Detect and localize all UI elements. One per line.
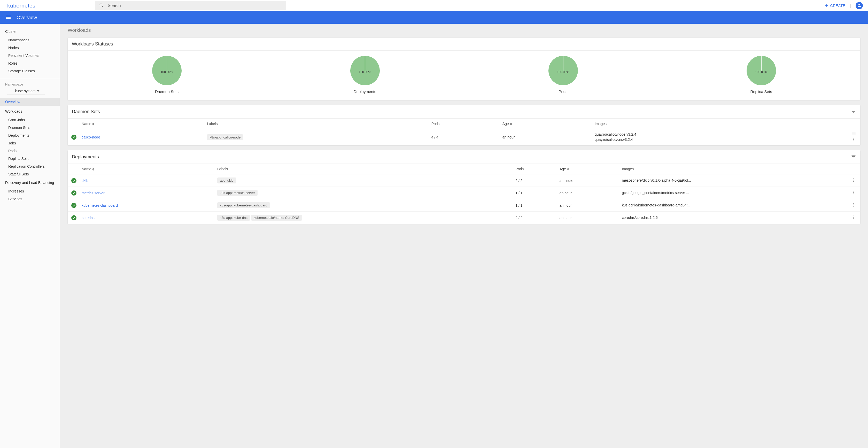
svg-point-14 — [854, 180, 854, 181]
col-images[interactable]: Images — [619, 164, 840, 174]
sidebar-item-ingresses[interactable]: Ingresses — [0, 187, 60, 195]
search-input[interactable] — [108, 3, 282, 8]
col-name[interactable]: Name — [79, 164, 215, 174]
images-text: quay.io/calico/node:v3.2.4quay.io/calico… — [592, 129, 840, 146]
create-button[interactable]: CREATE — [824, 3, 845, 8]
kebab-menu-icon[interactable] — [851, 203, 856, 208]
sidebar-item-deployments[interactable]: Deployments — [0, 131, 60, 139]
donut-label: Pods — [559, 89, 567, 94]
svg-point-12 — [854, 141, 854, 141]
sidebar-item-replica-sets[interactable]: Replica Sets — [0, 155, 60, 162]
donut-label: Daemon Sets — [155, 89, 179, 94]
col-labels[interactable]: Labels — [204, 119, 429, 129]
svg-point-23 — [854, 217, 854, 218]
table-row: corednsk8s-app: kube-dnskubernetes.io/na… — [68, 212, 860, 224]
sort-icon — [92, 122, 94, 125]
blue-bar: Overview — [0, 11, 868, 24]
images-text: coredns/coredns:1.2.6 — [619, 212, 840, 224]
deployments-title: Deployments — [72, 154, 99, 160]
pods-count: 2 / 2 — [513, 212, 557, 224]
donut-percent: 100.00% — [557, 70, 569, 74]
namespace-label: Namespace — [0, 78, 60, 87]
sort-icon — [510, 122, 512, 125]
sidebar-item-roles[interactable]: Roles — [0, 59, 60, 67]
pods-count: 4 / 4 — [429, 129, 500, 146]
age-text: a minute — [557, 174, 619, 187]
filter-icon[interactable] — [851, 154, 856, 160]
hamburger-menu[interactable] — [5, 14, 11, 21]
kebab-menu-icon[interactable] — [851, 137, 856, 143]
age-text: an hour — [557, 187, 619, 199]
page-header-title: Overview — [17, 15, 37, 21]
pods-count: 1 / 1 — [513, 187, 557, 199]
namespace-value: kube-system — [15, 89, 35, 93]
svg-point-19 — [854, 203, 854, 204]
resource-link[interactable]: dklb — [82, 179, 88, 183]
sidebar-item-overview[interactable]: Overview — [0, 98, 60, 106]
user-menu[interactable] — [856, 2, 863, 9]
separator: | — [850, 4, 851, 8]
sidebar-item-jobs[interactable]: Jobs — [0, 139, 60, 147]
status-donut-deployments: 100.00%Deployments — [350, 56, 380, 94]
brand-logo[interactable]: kubernetes — [5, 3, 35, 9]
sidebar-item-pods[interactable]: Pods — [0, 147, 60, 155]
images-text: k8s.gcr.io/kubernetes-dashboard-amd64:..… — [619, 199, 840, 212]
sidebar-item-daemon-sets[interactable]: Daemon Sets — [0, 124, 60, 131]
sidebar-item-nodes[interactable]: Nodes — [0, 44, 60, 52]
chevron-down-icon — [37, 89, 39, 93]
sidebar-section-cluster: Cluster — [0, 28, 60, 36]
svg-point-21 — [854, 206, 854, 207]
sidebar-item-services[interactable]: Services — [0, 195, 60, 203]
kebab-menu-icon[interactable] — [851, 190, 856, 196]
table-row: dklbapp: dklb2 / 2a minutemesosphere/dkl… — [68, 174, 860, 187]
logs-icon[interactable] — [851, 132, 856, 137]
svg-point-17 — [854, 192, 854, 193]
images-text: gcr.io/google_containers/metrics-server-… — [619, 187, 840, 199]
resource-link[interactable]: coredns — [82, 216, 95, 220]
donut-percent: 100.00% — [161, 70, 173, 74]
sidebar-section-workloads: Workloads — [0, 106, 60, 116]
col-pods[interactable]: Pods — [429, 119, 500, 129]
deployments-card: Deployments Name Labels Pods Age Images … — [68, 150, 860, 224]
search-box[interactable] — [95, 1, 286, 10]
sidebar-item-replication-controllers[interactable]: Replication Controllers — [0, 162, 60, 170]
svg-point-16 — [854, 191, 854, 191]
kebab-menu-icon[interactable] — [851, 215, 856, 220]
col-age[interactable]: Age — [557, 164, 619, 174]
sidebar-item-cron-jobs[interactable]: Cron Jobs — [0, 116, 60, 124]
status-ok-icon — [71, 190, 76, 196]
sidebar-item-persistent-volumes[interactable]: Persistent Volumes — [0, 52, 60, 59]
daemonsets-title: Daemon Sets — [72, 109, 100, 115]
sort-icon — [92, 168, 94, 171]
col-name[interactable]: Name — [79, 119, 204, 129]
age-text: an hour — [557, 212, 619, 224]
status-ok-icon — [71, 203, 76, 208]
status-ok-icon — [71, 178, 76, 183]
svg-point-22 — [854, 215, 854, 216]
label-chip: k8s-app: kubernetes-dashboard — [217, 202, 270, 208]
pie-chart-icon: 100.00% — [747, 56, 776, 85]
col-labels[interactable]: Labels — [215, 164, 513, 174]
resource-link[interactable]: calico-node — [82, 135, 100, 139]
statuses-title: Workloads Statuses — [72, 41, 113, 47]
deployments-table: Name Labels Pods Age Images dklbapp: dkl… — [68, 164, 860, 224]
col-images[interactable]: Images — [592, 119, 840, 129]
col-age[interactable]: Age — [500, 119, 592, 129]
age-text: an hour — [500, 129, 592, 146]
sidebar-item-namespaces[interactable]: Namespaces — [0, 36, 60, 44]
sidebar-item-storage-classes[interactable]: Storage Classes — [0, 67, 60, 75]
create-label: CREATE — [830, 4, 845, 8]
top-bar: kubernetes CREATE | — [0, 0, 868, 11]
filter-icon[interactable] — [851, 109, 856, 115]
kebab-menu-icon[interactable] — [851, 178, 856, 183]
resource-link[interactable]: metrics-server — [82, 191, 104, 195]
pie-chart-icon: 100.00% — [549, 56, 578, 85]
sidebar-item-stateful-sets[interactable]: Stateful Sets — [0, 170, 60, 178]
namespace-select[interactable]: kube-system — [7, 87, 45, 95]
status-donut-pods: 100.00%Pods — [549, 56, 578, 94]
col-pods[interactable]: Pods — [513, 164, 557, 174]
resource-link[interactable]: kubernetes-dashboard — [82, 203, 118, 207]
label-chip: k8s-app: metrics-server — [217, 190, 257, 196]
donut-percent: 100.00% — [755, 70, 767, 74]
label-chip: kubernetes.io/name: CoreDNS — [251, 215, 302, 221]
